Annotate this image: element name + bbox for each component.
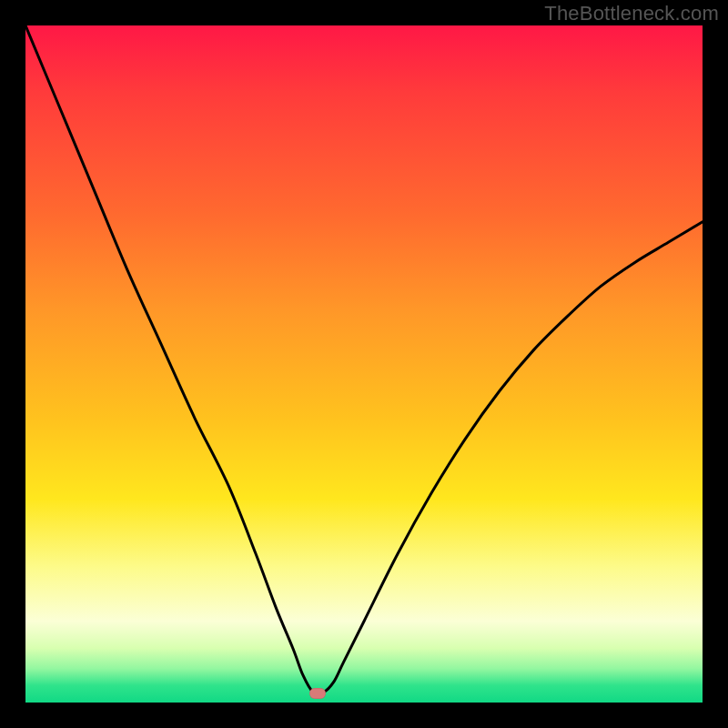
optimum-marker bbox=[309, 688, 326, 699]
bottleneck-curve bbox=[25, 25, 703, 694]
chart-frame: TheBottleneck.com bbox=[0, 0, 728, 728]
plot-area bbox=[25, 25, 703, 703]
curve-layer bbox=[25, 25, 703, 703]
watermark-text: TheBottleneck.com bbox=[544, 2, 719, 25]
